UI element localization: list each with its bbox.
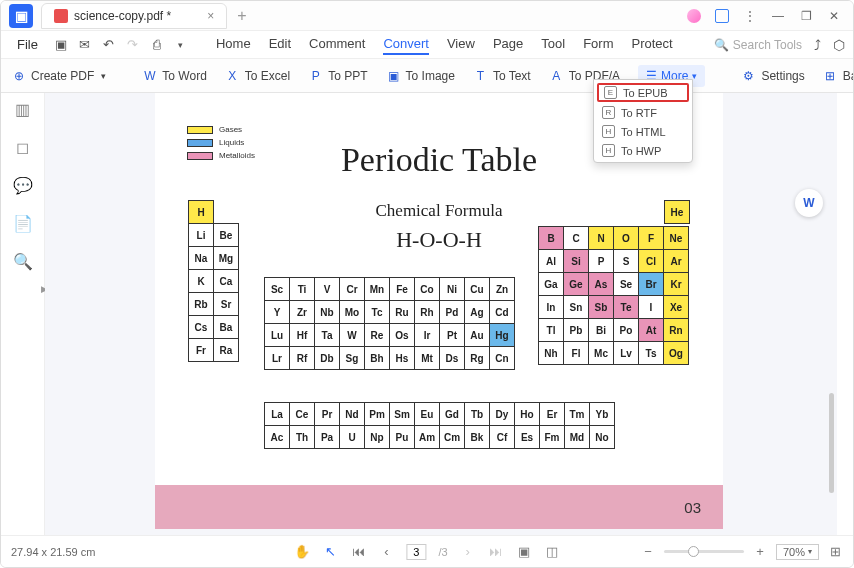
more-menu-item-to-html[interactable]: HTo HTML [594,122,692,141]
window-minimize[interactable]: — [765,3,791,29]
element-cell: Lr [264,346,290,370]
attachments-icon[interactable]: 📄 [13,213,33,233]
theme-icon[interactable] [681,3,707,29]
export-word-fab[interactable]: W [795,189,823,217]
zoom-value[interactable]: 70%▾ [776,544,819,560]
element-cell: Be [213,223,239,247]
zoom-in-icon[interactable]: + [752,544,768,560]
comments-icon[interactable]: 💬 [13,175,33,195]
to-ppt-button[interactable]: PTo PPT [308,68,367,83]
create-pdf-button[interactable]: ⊕Create PDF▾ [11,68,106,83]
zoom-slider[interactable] [664,550,744,553]
element-cell: As [588,272,614,296]
pdf-icon [54,9,68,23]
menu-tab-convert[interactable]: Convert [383,34,429,55]
settings-button[interactable]: ⚙Settings [741,68,804,83]
element-cell: Mo [339,300,365,324]
more-menu-item-to-epub[interactable]: ETo EPUB [597,83,689,102]
document-tab[interactable]: science-copy.pdf * × [41,3,227,29]
selection-tool-icon[interactable]: ↖ [322,544,338,560]
prev-page-icon[interactable]: ‹ [378,544,394,560]
legend-label: Metalloids [219,151,255,160]
scrollbar-thumb[interactable] [829,393,834,493]
page-number-input[interactable] [406,544,426,560]
view-mode-icon[interactable]: ▣ [516,544,532,560]
element-cell: Sb [588,295,614,319]
menu-tab-form[interactable]: Form [583,34,613,55]
element-cell: Ir [414,323,440,347]
close-tab-icon[interactable]: × [207,9,214,23]
last-page-icon[interactable]: ⏭ [488,544,504,560]
element-cell: Cm [439,425,465,449]
element-cell: N [588,226,614,250]
menu-tab-page[interactable]: Page [493,34,523,55]
notif-icon[interactable] [709,3,735,29]
zoom-thumb[interactable] [688,546,699,557]
element-cell: Au [464,323,490,347]
element-cell: K [188,269,214,293]
format-icon: E [604,86,617,99]
first-page-icon[interactable]: ⏮ [350,544,366,560]
element-cell: Br [638,272,664,296]
menu-tab-tool[interactable]: Tool [541,34,565,55]
to-excel-button[interactable]: XTo Excel [225,68,290,83]
element-cell: At [638,318,664,342]
element-cell: No [589,425,615,449]
element-cell: Kr [663,272,689,296]
hand-tool-icon[interactable]: ✋ [294,544,310,560]
element-cell: Nd [339,402,365,426]
redo-icon[interactable]: ↷ [124,36,142,54]
element-cell: Pu [389,425,415,449]
element-cell: Db [314,346,340,370]
fit-icon[interactable]: ⊞ [827,544,843,560]
window-restore[interactable]: ❐ [793,3,819,29]
element-cell: Ne [663,226,689,250]
format-icon: H [602,125,615,138]
batch-convert-button[interactable]: ⊞Batch Conve› [823,68,854,83]
zoom-out-icon[interactable]: − [640,544,656,560]
cloud-icon[interactable]: ⬡ [833,37,845,53]
to-text-button[interactable]: TTo Text [473,68,531,83]
more-menu-item-to-hwp[interactable]: HTo HWP [594,141,692,160]
to-word-button[interactable]: WTo Word [142,68,206,83]
menu-tab-edit[interactable]: Edit [269,34,291,55]
more-dropdown: ETo EPUBRTo RTFHTo HTMLHTo HWP [593,79,693,163]
element-cell: Mg [213,246,239,270]
menu-tab-protect[interactable]: Protect [631,34,672,55]
element-cell: Rn [663,318,689,342]
search-tools[interactable]: 🔍 Search Tools [714,38,802,52]
share-icon[interactable]: ⤴ [814,37,821,53]
element-cell: Rb [188,292,214,316]
more-menu-item-to-rtf[interactable]: RTo RTF [594,103,692,122]
menu-tab-comment[interactable]: Comment [309,34,365,55]
menu-tab-home[interactable]: Home [216,34,251,55]
element-cell: V [314,277,340,301]
element-cell: Es [514,425,540,449]
bookmarks-icon[interactable]: ◻ [13,137,33,157]
element-cell: Po [613,318,639,342]
open-icon[interactable]: ▣ [52,36,70,54]
document-area[interactable]: Gases Liquids Metalloids Periodic Table … [45,93,837,535]
save-icon[interactable]: ✉ [76,36,94,54]
to-image-button[interactable]: ▣To Image [386,68,455,83]
chemical-formula: H-O-O-H [396,227,482,253]
search-panel-icon[interactable]: 🔍 [13,251,33,271]
search-icon: 🔍 [714,38,729,52]
element-cell: Ca [213,269,239,293]
kebab-icon[interactable]: ⋮ [737,3,763,29]
thumbnails-icon[interactable]: ▥ [13,99,33,119]
window-close[interactable]: ✕ [821,3,847,29]
chevron-down-icon[interactable]: ▾ [172,36,190,54]
reflow-icon[interactable]: ◫ [544,544,560,560]
next-page-icon[interactable]: › [460,544,476,560]
element-cell: Hg [489,323,515,347]
element-cell: Hf [289,323,315,347]
element-cell: Li [188,223,214,247]
undo-icon[interactable]: ↶ [100,36,118,54]
menu-file[interactable]: File [9,37,46,52]
add-tab-button[interactable]: + [237,7,246,25]
menu-tab-view[interactable]: View [447,34,475,55]
print-icon[interactable]: ⎙ [148,36,166,54]
periodic-grid-right: BCNOFNeAlSiPSClArGaGeAsSeBrKrInSnSbTeIXe… [539,227,689,365]
element-cell: Np [364,425,390,449]
